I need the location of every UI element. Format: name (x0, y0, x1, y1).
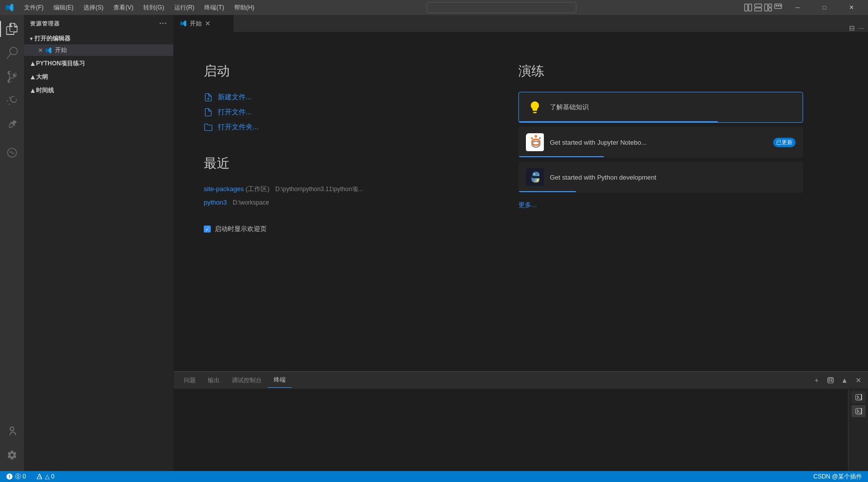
activity-extensions[interactable] (0, 113, 24, 137)
error-icon (6, 473, 13, 480)
panel-tab-problems[interactable]: 问题 (178, 373, 202, 388)
menu-file[interactable]: 文件(F) (20, 2, 47, 13)
menu-run[interactable]: 运行(R) (170, 2, 199, 13)
svg-rect-0 (745, 4, 748, 11)
activity-bar (0, 15, 24, 471)
terminal-sidebar (848, 389, 868, 471)
new-file-action[interactable]: 新建文件... (204, 90, 488, 105)
walkthrough-item-jupyter[interactable]: Get started with Jupyter Notebo... 已更新 (518, 127, 803, 158)
layout-icon-3[interactable] (764, 3, 772, 11)
tab-start[interactable]: 开始 ✕ (174, 15, 234, 32)
panel-tab-debug-console[interactable]: 调试控制台 (226, 373, 268, 388)
walkthrough-basics-label: 了解基础知识 (550, 103, 796, 112)
svg-rect-5 (769, 4, 772, 7)
svg-rect-10 (780, 5, 781, 6)
open-editors-section: ▾ 打开的编辑器 ✕ 开始 (24, 32, 173, 57)
tab-close-button[interactable]: ✕ (205, 19, 211, 27)
vscode-tab-icon (45, 47, 52, 54)
menu-edit[interactable]: 编辑(E) (49, 2, 77, 13)
open-editor-start[interactable]: ✕ 开始 (24, 44, 173, 56)
close-panel-button[interactable]: ✕ (853, 375, 864, 386)
layout-icon-2[interactable] (754, 3, 762, 11)
activity-account[interactable] (0, 419, 24, 443)
svg-rect-2 (755, 4, 762, 7)
show-welcome-checkbox[interactable]: ✓ (204, 226, 211, 233)
split-editor-icon[interactable]: ⊟ (849, 24, 855, 32)
svg-rect-1 (749, 4, 752, 11)
activity-ai[interactable] (0, 141, 24, 165)
recent-name-site-packages: site-packages (工作区) (204, 185, 270, 193)
activity-source-control[interactable] (0, 65, 24, 89)
status-errors[interactable]: ⓪ 0 (4, 473, 28, 481)
open-file-action[interactable]: 打开文件... (204, 105, 488, 120)
walkthrough-item-python[interactable]: Get started with Python development (518, 162, 803, 193)
walkthrough-python-label: Get started with Python development (550, 174, 796, 181)
walkthrough-jupyter-label: Get started with Jupyter Notebo... (550, 139, 767, 146)
titlebar-right: ─ □ ✕ (744, 0, 863, 15)
timeline-section: ▶ 时间线 (24, 84, 173, 97)
more-tab-actions-icon[interactable]: ··· (858, 24, 864, 32)
layout-icon-1[interactable] (744, 3, 752, 11)
walkthrough-section: 演练 了解基础知识 (518, 62, 803, 210)
activity-run-debug[interactable] (0, 89, 24, 113)
walkthrough-jupyter-progress (519, 156, 604, 157)
python-project-group[interactable]: ▶ PYTHON项目练习 (24, 58, 173, 69)
panel-tab-output[interactable]: 输出 (202, 373, 226, 388)
show-welcome-checkbox-row: ✓ 启动时显示欢迎页 (204, 225, 838, 234)
status-bar: ⓪ 0 △ 0 CSDN @某个插件 (0, 471, 868, 482)
welcome-left: 启动 新建文件... (204, 62, 488, 210)
timeline-chevron: ▶ (29, 89, 35, 93)
status-warnings[interactable]: △ 0 (34, 473, 56, 480)
svg-point-19 (539, 137, 541, 139)
status-csdn[interactable]: CSDN @某个插件 (811, 473, 864, 481)
tab-start-label: 开始 (190, 19, 202, 28)
recent-title: 最近 (204, 155, 488, 172)
sidebar-more-button[interactable]: ··· (159, 19, 167, 28)
new-file-icon (204, 93, 213, 102)
sidebar-title: 资源管理器 (30, 20, 60, 27)
layout-icon-4[interactable] (774, 3, 782, 11)
titlebar: 文件(F) 编辑(E) 选择(S) 查看(V) 转到(G) 运行(R) 终端(T… (0, 0, 868, 15)
jupyter-update-badge: 已更新 (773, 138, 796, 147)
close-button[interactable]: ✕ (840, 0, 863, 15)
svg-rect-9 (778, 5, 779, 6)
terminal-instance-1[interactable] (852, 391, 866, 403)
csdn-label: CSDN @某个插件 (813, 473, 862, 481)
menu-select[interactable]: 选择(S) (79, 2, 107, 13)
menu-bar: 文件(F) 编辑(E) 选择(S) 查看(V) 转到(G) 运行(R) 终端(T… (20, 2, 258, 13)
warning-count: △ 0 (45, 473, 54, 480)
activity-settings[interactable] (0, 443, 24, 467)
svg-point-22 (537, 180, 538, 181)
minimize-button[interactable]: ─ (786, 0, 809, 15)
menu-goto[interactable]: 转到(G) (139, 2, 168, 13)
tab-bar: 开始 ✕ ⊟ ··· (174, 15, 868, 32)
activity-explorer[interactable] (0, 17, 24, 41)
command-search[interactable] (427, 2, 576, 13)
timeline-group[interactable]: ▶ 时间线 (24, 85, 173, 96)
recent-item-python3[interactable]: python3 D:\workspace (204, 196, 488, 209)
launch-section: 启动 新建文件... (204, 62, 488, 135)
menu-help[interactable]: 帮助(H) (230, 2, 259, 13)
menu-terminal[interactable]: 终端(T) (200, 2, 228, 13)
terminal-instance-2[interactable] (852, 405, 866, 417)
panel-tab-terminal[interactable]: 终端 (268, 373, 292, 388)
new-terminal-button[interactable]: + (811, 375, 822, 386)
outline-group[interactable]: ▶ 大纲 (24, 71, 173, 83)
maximize-button[interactable]: □ (813, 0, 836, 15)
editor-close-icon[interactable]: ✕ (38, 47, 43, 54)
menu-view[interactable]: 查看(V) (109, 2, 137, 13)
open-file-label: 打开文件... (218, 108, 252, 117)
recent-item-site-packages[interactable]: site-packages (工作区) D:\python\python3.11… (204, 182, 488, 196)
walkthrough-item-basics[interactable]: 了解基础知识 (518, 92, 803, 123)
maximize-panel-button[interactable]: ▲ (839, 375, 850, 386)
split-terminal-button[interactable] (825, 375, 836, 386)
terminal-area[interactable] (174, 389, 848, 471)
error-count: ⓪ 0 (15, 473, 26, 481)
open-editors-group[interactable]: ▾ 打开的编辑器 (24, 33, 173, 44)
status-right: CSDN @某个插件 (811, 473, 864, 481)
svg-point-18 (535, 135, 537, 138)
svg-rect-6 (769, 8, 772, 11)
more-walkthroughs-link[interactable]: 更多... (518, 201, 803, 210)
activity-search[interactable] (0, 41, 24, 65)
open-folder-action[interactable]: 打开文件夹... (204, 120, 488, 135)
